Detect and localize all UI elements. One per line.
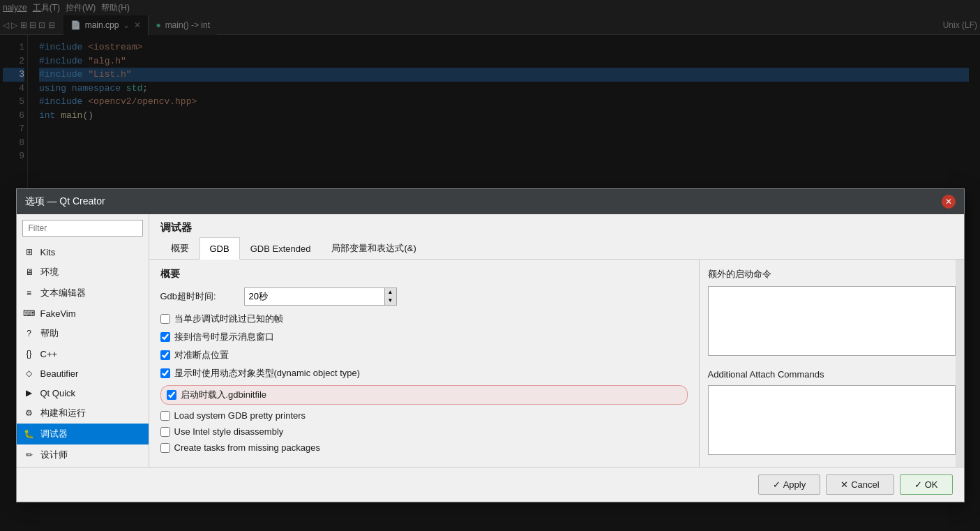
options-dialog: 选项 — Qt Creator ✕ ⊞ Kits 🖥 环境	[16, 188, 965, 502]
cpp-icon: {}	[24, 348, 35, 359]
checkbox-intel-disasm: Use Intel style disassembly	[160, 426, 688, 437]
apply-check-icon: ✓	[773, 479, 781, 490]
checkbox-create-tasks: Create tasks from missing packages	[160, 442, 688, 453]
checkbox-show-signal-label[interactable]: 接到信号时显示消息窗口	[174, 331, 274, 343]
tabs-bar: 概要 GDB GDB Extended 局部变量和表达式(&)	[149, 237, 964, 260]
sub-section-label: 概要	[160, 268, 688, 281]
attach-commands-label: Additional Attach Commands	[708, 369, 956, 380]
apply-button[interactable]: ✓ Apply	[758, 474, 821, 495]
gdb-timeout-row: Gdb超时时间: ▲ ▼	[160, 287, 688, 306]
checkbox-system-printers-label[interactable]: Load system GDB pretty printers	[174, 410, 306, 421]
sidebar-item-help[interactable]: ? 帮助	[17, 323, 149, 344]
gdb-timeout-label: Gdb超时时间:	[160, 290, 244, 303]
checkbox-system-printers: Load system GDB pretty printers	[160, 410, 688, 421]
checkbox-skip-frames-input[interactable]	[160, 314, 170, 324]
qtquick-icon: ▶	[24, 387, 35, 398]
checkbox-show-signal: 接到信号时显示消息窗口	[160, 331, 688, 343]
sidebar-item-texteditor[interactable]: ≡ 文本编辑器	[17, 283, 149, 304]
checkbox-create-tasks-label[interactable]: Create tasks from missing packages	[174, 442, 321, 453]
texteditor-icon: ≡	[24, 287, 35, 299]
sidebar-item-cpp[interactable]: {} C++	[17, 344, 149, 364]
ok-button[interactable]: ✓ OK	[900, 474, 953, 495]
attach-commands-input[interactable]	[708, 385, 956, 455]
help-icon: ?	[24, 328, 35, 339]
checkbox-intel-disasm-label[interactable]: Use Intel style disassembly	[174, 426, 284, 437]
sidebar-item-beautifier[interactable]: ◇ Beautifier	[17, 364, 149, 383]
sidebar-item-kits-label: Kits	[40, 247, 56, 257]
sidebar-item-fakevim[interactable]: ⌨ FakeVim	[17, 304, 149, 323]
ok-check-icon: ✓	[914, 479, 922, 490]
tab-gdb-extended[interactable]: GDB Extended	[240, 237, 322, 260]
gdb-timeout-input-wrap: ▲ ▼	[244, 287, 397, 306]
sidebar-list: ⊞ Kits 🖥 环境 ≡ 文本编辑器 ⌨ FakeVim	[17, 242, 149, 467]
startup-commands-label: 额外的启动命令	[708, 268, 956, 281]
checkbox-system-printers-input[interactable]	[160, 411, 170, 421]
checkbox-gdbinitfile-label[interactable]: 启动时载入.gdbinitfile	[181, 389, 267, 401]
checkbox-dynamic-type-input[interactable]	[160, 368, 170, 378]
sidebar-item-debugger-label: 调试器	[40, 428, 68, 440]
gdb-timeout-spinners: ▲ ▼	[384, 288, 396, 305]
sidebar-item-help-label: 帮助	[40, 327, 59, 340]
debugger-icon: 🐛	[24, 428, 35, 440]
sidebar-item-env-label: 环境	[40, 266, 59, 278]
beautifier-icon: ◇	[24, 368, 35, 379]
checkbox-adjust-bp-input[interactable]	[160, 350, 170, 360]
sidebar-item-texteditor-label: 文本编辑器	[40, 287, 86, 299]
checkbox-skip-frames-label[interactable]: 当单步调试时跳过已知的帧	[174, 313, 283, 325]
cancel-button[interactable]: ✕ Cancel	[826, 474, 894, 495]
checkbox-skip-frames: 当单步调试时跳过已知的帧	[160, 313, 688, 325]
apply-label: Apply	[783, 479, 806, 490]
main-content: 调试器 概要 GDB GDB Extended 局部变量和表达式(&) 概要	[149, 214, 964, 467]
sidebar-item-cpp-label: C++	[40, 349, 58, 359]
tab-content: 概要 Gdb超时时间: ▲ ▼	[149, 260, 964, 467]
env-icon: 🖥	[24, 267, 35, 278]
dialog-footer: ✓ Apply ✕ Cancel ✓ OK	[17, 467, 964, 502]
checkbox-intel-disasm-input[interactable]	[160, 427, 170, 437]
fakevim-icon: ⌨	[24, 308, 35, 319]
checkbox-adjust-bp: 对准断点位置	[160, 349, 688, 361]
section-title: 调试器	[149, 214, 964, 237]
modal-overlay: 选项 — Qt Creator ✕ ⊞ Kits 🖥 环境	[0, 0, 980, 531]
ok-label: OK	[925, 479, 938, 490]
sidebar-item-build[interactable]: ⚙ 构建和运行	[17, 403, 149, 424]
right-panel: 额外的启动命令 Additional Attach Commands	[699, 260, 964, 467]
checkbox-gdbinitfile-input[interactable]	[167, 390, 176, 400]
filter-input[interactable]	[22, 220, 143, 237]
dialog-titlebar: 选项 — Qt Creator ✕	[17, 189, 964, 214]
build-icon: ⚙	[24, 407, 35, 419]
dialog-close-button[interactable]: ✕	[942, 195, 956, 209]
sidebar-item-env[interactable]: 🖥 环境	[17, 262, 149, 283]
checkbox-adjust-bp-label[interactable]: 对准断点位置	[174, 349, 229, 361]
dialog-body: ⊞ Kits 🖥 环境 ≡ 文本编辑器 ⌨ FakeVim	[17, 214, 964, 467]
checkbox-dynamic-type: 显示时使用动态对象类型(dynamic object type)	[160, 367, 688, 380]
startup-commands-input[interactable]	[708, 286, 956, 356]
left-panel: 概要 Gdb超时时间: ▲ ▼	[149, 260, 699, 467]
gdb-timeout-input[interactable]	[245, 290, 384, 304]
cancel-label: Cancel	[851, 479, 879, 490]
sidebar-item-beautifier-label: Beautifier	[40, 368, 79, 379]
sidebar-item-qtquick-label: Qt Quick	[40, 388, 76, 398]
sidebar-item-qtquick[interactable]: ▶ Qt Quick	[17, 383, 149, 403]
dialog-title: 选项 — Qt Creator	[25, 195, 105, 208]
kits-icon: ⊞	[24, 246, 35, 257]
sidebar-item-designer[interactable]: ✏ 设计师	[17, 444, 149, 465]
sidebar-item-build-label: 构建和运行	[40, 407, 86, 419]
checkbox-dynamic-type-label[interactable]: 显示时使用动态对象类型(dynamic object type)	[174, 367, 361, 380]
cancel-x-icon: ✕	[840, 479, 848, 490]
sidebar-item-debugger[interactable]: 🐛 调试器	[17, 424, 149, 444]
sidebar-item-fakevim-label: FakeVim	[40, 308, 76, 319]
right-panel-scrollbar[interactable]	[956, 260, 964, 467]
designer-icon: ✏	[24, 449, 35, 461]
tab-summary[interactable]: 概要	[160, 237, 199, 260]
checkbox-create-tasks-input[interactable]	[160, 443, 170, 453]
sidebar: ⊞ Kits 🖥 环境 ≡ 文本编辑器 ⌨ FakeVim	[17, 214, 149, 467]
checkbox-show-signal-input[interactable]	[160, 332, 170, 342]
spin-down[interactable]: ▼	[385, 297, 396, 305]
tab-gdb[interactable]: GDB	[199, 237, 240, 260]
tab-locals[interactable]: 局部变量和表达式(&)	[321, 237, 426, 260]
sidebar-item-kits[interactable]: ⊞ Kits	[17, 242, 149, 262]
sidebar-item-designer-label: 设计师	[40, 449, 68, 461]
spin-up[interactable]: ▲	[385, 288, 396, 297]
checkbox-gdbinitfile: 启动时载入.gdbinitfile	[160, 385, 688, 405]
